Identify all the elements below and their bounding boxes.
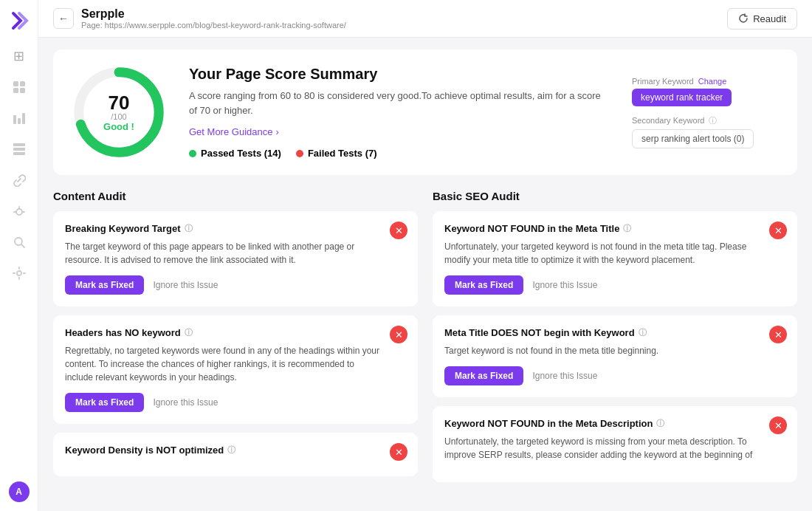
basic-seo-audit-col: Basic SEO Audit Keyword NOT FOUND in the… (433, 190, 797, 482)
info-icon: ⓘ (639, 327, 647, 338)
audit-card: Meta Title DOES NOT begin with Keyword ⓘ… (433, 315, 797, 397)
svg-rect-3 (20, 88, 25, 93)
failed-tests-label: Failed Tests (7) (308, 148, 377, 159)
change-link[interactable]: Change (698, 77, 727, 86)
svg-rect-7 (13, 143, 25, 146)
page-title: Serpple (81, 7, 346, 21)
score-donut: 70 /100 Good ! (71, 64, 167, 160)
settings-icon[interactable] (6, 260, 32, 287)
passed-tests-badge: Passed Tests (14) (189, 148, 281, 159)
primary-kw-label: Primary Keyword Change (632, 77, 780, 86)
card-actions: Mark as Fixed Ignore this Issue (65, 275, 406, 295)
svg-rect-2 (13, 88, 18, 93)
dismiss-button[interactable]: ✕ (769, 326, 787, 343)
failed-tests-badge: Failed Tests (7) (296, 148, 377, 159)
summary-title: Your Page Score Summary (189, 66, 610, 83)
secondary-kw-label: Secondary Keyword ⓘ (632, 115, 780, 126)
dismiss-button[interactable]: ✕ (390, 443, 407, 461)
info-icon: ⓘ (185, 223, 193, 234)
summary-middle: Your Page Score Summary A score ranging … (189, 66, 610, 159)
page-url: Page: https://www.serpple.com/blog/best-… (81, 21, 346, 30)
primary-kw-chip: keyword rank tracker (632, 89, 732, 106)
dismiss-button[interactable]: ✕ (769, 222, 787, 239)
ignore-link[interactable]: Ignore this Issue (153, 397, 218, 408)
card-desc: Unfortunately, the targeted keyword is m… (444, 435, 785, 462)
table-icon[interactable] (6, 136, 32, 162)
content-audit-col: Content Audit Breaking Keyword Target ⓘ … (53, 190, 418, 482)
svg-rect-8 (13, 148, 25, 151)
content-audit-title: Content Audit (53, 190, 418, 202)
svg-point-10 (16, 209, 22, 215)
secondary-kw-info-icon: ⓘ (709, 115, 717, 126)
donut-center: 70 /100 Good ! (103, 93, 134, 132)
audit-grid: Content Audit Breaking Keyword Target ⓘ … (53, 190, 797, 482)
card-desc: Target keyword is not found in the meta … (444, 344, 785, 357)
dismiss-button[interactable]: ✕ (769, 416, 787, 434)
card-title: Keyword NOT FOUND in the Meta Descriptio… (444, 418, 785, 429)
card-title: Breaking Keyword Target ⓘ (65, 223, 406, 234)
chart-bar-icon[interactable] (6, 105, 32, 131)
svg-rect-9 (13, 152, 25, 155)
content-area: 70 /100 Good ! Your Page Score Summary A… (38, 38, 812, 511)
audit-card: Keyword NOT FOUND in the Meta Descriptio… (433, 406, 797, 482)
sidebar: ⊞ (0, 0, 38, 511)
audit-card: Breaking Keyword Target ⓘ The target key… (53, 211, 418, 306)
secondary-kw-chip: serp ranking alert tools (0) (632, 129, 754, 148)
ignore-link[interactable]: Ignore this Issue (532, 280, 597, 290)
back-button[interactable]: ← (53, 8, 74, 29)
ignore-link[interactable]: Ignore this Issue (532, 371, 597, 381)
card-title: Keyword Density is NOT optimized ⓘ (65, 445, 406, 456)
card-actions: Mark as Fixed Ignore this Issue (444, 275, 785, 295)
mark-fixed-button[interactable]: Mark as Fixed (65, 275, 144, 295)
link-icon[interactable] (6, 167, 32, 193)
audit-card: Keyword Density is NOT optimized ⓘ ✕ (53, 433, 418, 476)
summary-desc: A score ranging from 60 to 80 is conside… (189, 89, 610, 117)
failed-dot (296, 150, 303, 157)
card-actions: Mark as Fixed Ignore this Issue (65, 393, 406, 412)
audit-card: Headers has NO keyword ⓘ Regrettably, no… (53, 315, 418, 424)
info-icon: ⓘ (227, 445, 235, 456)
score-value: 70 (103, 93, 134, 112)
header: ← Serpple Page: https://www.serpple.com/… (38, 0, 812, 38)
header-info: Serpple Page: https://www.serpple.com/bl… (81, 7, 346, 30)
card-title: Meta Title DOES NOT begin with Keyword ⓘ (444, 327, 785, 338)
main-content: ← Serpple Page: https://www.serpple.com/… (38, 0, 812, 511)
info-icon: ⓘ (656, 418, 664, 429)
svg-rect-6 (22, 113, 25, 124)
mark-fixed-button[interactable]: Mark as Fixed (65, 393, 144, 412)
bug-icon[interactable] (6, 198, 32, 224)
card-desc: The target keyword of this page appears … (65, 240, 406, 267)
avatar[interactable]: A (9, 481, 30, 502)
reaudit-button[interactable]: Reaudit (727, 8, 797, 30)
info-icon: ⓘ (185, 327, 193, 338)
card-actions: Mark as Fixed Ignore this Issue (444, 366, 785, 385)
guidance-link[interactable]: Get More Guidance › (189, 126, 279, 137)
home-icon[interactable]: ⊞ (6, 43, 32, 69)
reaudit-label: Reaudit (753, 13, 786, 24)
logo (7, 9, 31, 32)
passed-dot (189, 150, 196, 157)
info-icon: ⓘ (623, 223, 631, 234)
dismiss-button[interactable]: ✕ (390, 326, 407, 343)
mark-fixed-button[interactable]: Mark as Fixed (444, 366, 523, 385)
dashboard-icon[interactable] (6, 74, 32, 100)
basic-seo-audit-title: Basic SEO Audit (433, 190, 797, 202)
ignore-link[interactable]: Ignore this Issue (153, 280, 218, 290)
audit-card: Keyword NOT FOUND in the Meta Title ⓘ Un… (433, 211, 797, 306)
header-left: ← Serpple Page: https://www.serpple.com/… (53, 7, 346, 30)
score-label: Good ! (103, 121, 134, 132)
tests-row: Passed Tests (14) Failed Tests (7) (189, 148, 610, 159)
dismiss-button[interactable]: ✕ (390, 222, 407, 239)
card-title: Keyword NOT FOUND in the Meta Title ⓘ (444, 223, 785, 234)
svg-rect-5 (18, 118, 21, 124)
summary-right: Primary Keyword Change keyword rank trac… (632, 77, 780, 148)
passed-tests-label: Passed Tests (14) (201, 148, 281, 159)
card-title: Headers has NO keyword ⓘ (65, 327, 406, 338)
svg-point-12 (17, 271, 21, 275)
mark-fixed-button[interactable]: Mark as Fixed (444, 275, 523, 295)
search-icon[interactable] (6, 229, 32, 256)
card-desc: Regrettably, no targeted keywords were f… (65, 344, 406, 384)
svg-rect-0 (13, 81, 18, 86)
svg-rect-1 (20, 81, 25, 86)
card-desc: Unfortunately, your targeted keyword is … (444, 240, 785, 267)
